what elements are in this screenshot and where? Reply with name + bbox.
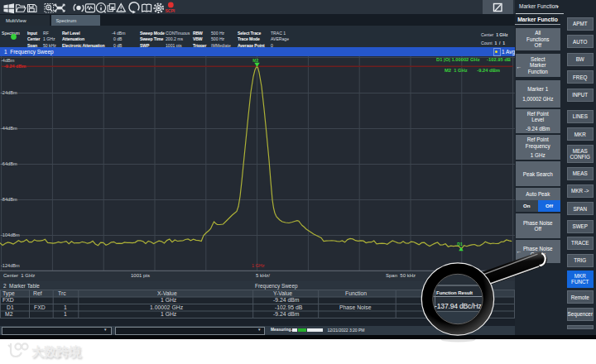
svg-text:1 GHz: 1 GHz [161,297,177,303]
svg-text:-102.95 dB: -102.95 dB [275,304,303,309]
svg-text:-9.24 dBm: -9.24 dBm [273,297,300,303]
svg-text:Y-Value: Y-Value [273,290,292,295]
svg-text:Type: Type [2,290,15,296]
svg-text:FXD: FXD [2,297,14,303]
svg-text:-9.24 dBm: -9.24 dBm [273,311,300,317]
svg-text:Phase Noise: Phase Noise [339,304,372,309]
svg-text:大数跨境: 大数跨境 [31,344,82,358]
svg-text:1 GHz: 1 GHz [161,311,177,317]
svg-text:1: 1 [64,311,67,317]
svg-text:Function Result: Function Result [436,290,473,295]
svg-text:1: 1 [64,304,67,309]
svg-text:SCPI: SCPI [166,8,175,13]
svg-text:M2: M2 [252,58,258,63]
svg-text:X-Value: X-Value [157,290,177,295]
svg-text:D1: D1 [7,304,14,309]
svg-text:Function: Function [345,290,367,295]
svg-text:-137.94 dBc/Hz: -137.94 dBc/Hz [435,302,481,310]
svg-text:FXD: FXD [34,304,46,309]
svg-text:Trc: Trc [58,290,66,295]
svg-text:1.00002 GHz: 1.00002 GHz [150,304,184,309]
svg-text:Ref: Ref [33,290,42,295]
svg-text:M2: M2 [5,311,13,317]
